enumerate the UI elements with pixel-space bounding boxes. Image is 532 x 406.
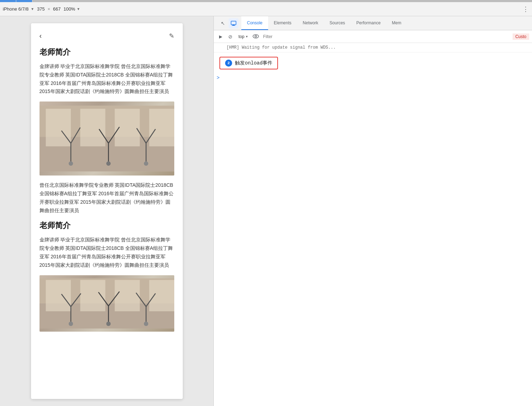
tab-elements-label: Elements bbox=[274, 20, 291, 25]
onload-message-box: 2 触发onload事件 bbox=[219, 57, 278, 69]
width-value: 375 bbox=[37, 6, 45, 12]
device-icon bbox=[231, 21, 236, 26]
edit-button[interactable]: ✎ bbox=[169, 32, 174, 40]
svg-rect-36 bbox=[231, 21, 236, 25]
hmr-console-line: [HMR] Waiting for update signal from WDS… bbox=[214, 43, 532, 53]
section1-title: 老师简介 bbox=[40, 47, 174, 57]
tab-memory[interactable]: Mem bbox=[386, 16, 407, 30]
phone-frame: ‹ ✎ 老师简介 金牌讲师 毕业于北京国际标准舞学院 曾任北京国际标准舞学院专业… bbox=[31, 23, 183, 399]
section1-description: 金牌讲师 毕业于北京国际标准舞学院 曾任北京国际标准舞学院专业教师 英国IDTA… bbox=[40, 62, 174, 96]
cursor-tool-button[interactable]: ↖ bbox=[218, 18, 228, 28]
main-area: ‹ ✎ 老师简介 金牌讲师 毕业于北京国际标准舞学院 曾任北京国际标准舞学院专业… bbox=[0, 16, 532, 406]
svg-point-13 bbox=[106, 161, 110, 166]
tab-console[interactable]: Console bbox=[241, 16, 268, 30]
devtools-tab-bar: ↖ Console Elements Network bbox=[214, 16, 532, 30]
dance-image-1 bbox=[40, 102, 174, 176]
console-output: [HMR] Waiting for update signal from WDS… bbox=[214, 43, 532, 406]
context-selector[interactable]: top ▾ bbox=[236, 33, 250, 40]
svg-point-9 bbox=[68, 161, 73, 166]
console-prompt[interactable]: > bbox=[214, 74, 532, 82]
more-options-button[interactable]: ⋮ bbox=[522, 5, 529, 13]
eye-button[interactable] bbox=[252, 33, 260, 41]
eye-icon bbox=[253, 34, 259, 39]
section2-description: 金牌讲师 毕业于北京国际标准舞学院 曾任北京国际标准舞学院专业教师 英国IDTA… bbox=[40, 236, 174, 269]
devtools-icon-buttons: ↖ bbox=[215, 18, 241, 28]
device-name: iPhone 6/7/8 bbox=[3, 6, 29, 12]
custom-levels-button[interactable]: Custo bbox=[513, 33, 529, 40]
svg-rect-38 bbox=[232, 25, 235, 26]
device-emulation-button[interactable] bbox=[229, 18, 238, 28]
filter-input[interactable] bbox=[262, 33, 510, 40]
clear-console-button[interactable]: ⊘ bbox=[226, 33, 234, 41]
height-value: 667 bbox=[53, 6, 61, 12]
svg-rect-37 bbox=[232, 25, 235, 25]
context-dropdown-arrow: ▾ bbox=[246, 35, 248, 38]
tab-network[interactable]: Network bbox=[297, 16, 324, 30]
context-label: top bbox=[238, 34, 244, 39]
dance-image-2 bbox=[40, 275, 174, 332]
svg-point-35 bbox=[144, 321, 148, 326]
mobile-preview-panel: ‹ ✎ 老师简介 金牌讲师 毕业于北京国际标准舞学院 曾任北京国际标准舞学院专业… bbox=[0, 16, 213, 406]
onload-message-text: 触发onload事件 bbox=[235, 60, 272, 66]
phone-navigation: ‹ ✎ bbox=[40, 30, 174, 41]
section2-title: 老师简介 bbox=[40, 220, 174, 231]
svg-rect-20 bbox=[46, 280, 71, 311]
svg-rect-21 bbox=[80, 280, 105, 311]
tab-console-label: Console bbox=[247, 20, 262, 25]
tab-elements[interactable]: Elements bbox=[268, 16, 297, 30]
svg-rect-5 bbox=[149, 109, 174, 147]
svg-point-40 bbox=[255, 35, 256, 37]
svg-rect-3 bbox=[80, 109, 105, 147]
cursor-icon: ↖ bbox=[221, 20, 225, 26]
play-button[interactable]: ▶ bbox=[217, 33, 224, 41]
tab-sources[interactable]: Sources bbox=[324, 16, 351, 30]
tab-memory-label: Mem bbox=[392, 20, 401, 25]
tab-sources-label: Sources bbox=[330, 20, 345, 25]
zoom-selector[interactable]: 100% ▼ bbox=[64, 6, 80, 12]
ban-icon: ⊘ bbox=[228, 34, 232, 39]
svg-rect-2 bbox=[46, 109, 71, 147]
console-toolbar: ▶ ⊘ top ▾ Custo bbox=[214, 30, 532, 43]
tab-performance[interactable]: Performance bbox=[351, 16, 386, 30]
play-icon: ▶ bbox=[219, 34, 222, 39]
back-button[interactable]: ‹ bbox=[40, 32, 42, 40]
after-image-text: 曾任北京国际标准舞学院专业教师 英国IDTA国际院士2018CB 全国锦标赛A组… bbox=[40, 181, 174, 215]
device-dropdown-arrow: ▼ bbox=[31, 7, 34, 11]
svg-rect-22 bbox=[115, 280, 140, 311]
dimension-cross: × bbox=[48, 6, 50, 12]
svg-point-31 bbox=[106, 321, 110, 326]
tab-performance-label: Performance bbox=[356, 20, 381, 25]
message-badge: 2 bbox=[225, 60, 232, 67]
device-toolbar: iPhone 6/7/8 ▼ 375 × 667 100% ▼ ⋮ bbox=[0, 2, 532, 16]
devtools-panel: ↖ Console Elements Network bbox=[213, 16, 532, 406]
highlighted-message-container: 2 触发onload事件 bbox=[214, 53, 532, 74]
device-selector[interactable]: iPhone 6/7/8 ▼ bbox=[3, 6, 34, 12]
svg-point-27 bbox=[68, 321, 73, 326]
svg-point-17 bbox=[144, 161, 148, 166]
zoom-value: 100% bbox=[64, 6, 75, 12]
hmr-message-text: [HMR] Waiting for update signal from WDS… bbox=[226, 45, 336, 50]
zoom-arrow: ▼ bbox=[77, 7, 80, 11]
tab-network-label: Network bbox=[303, 20, 318, 25]
svg-point-39 bbox=[253, 35, 259, 38]
svg-rect-23 bbox=[149, 280, 174, 311]
